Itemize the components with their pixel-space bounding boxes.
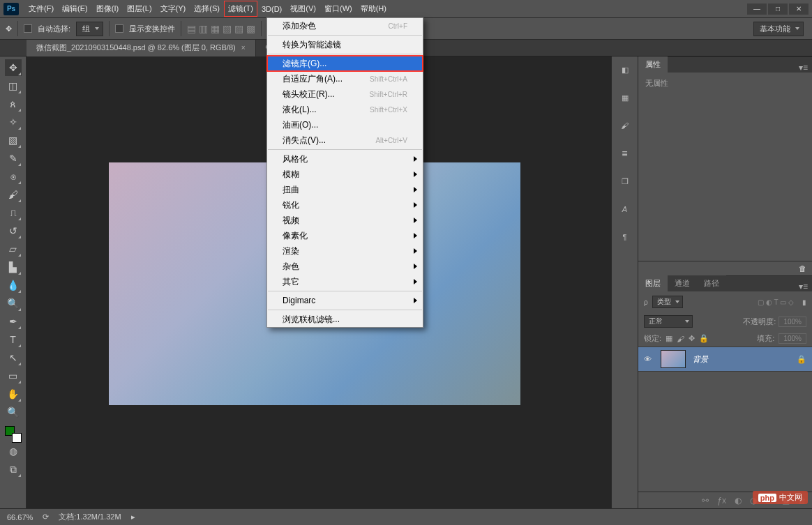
lock-icon[interactable]: 🔒 bbox=[797, 355, 806, 364]
filter-toggle[interactable]: ▮ bbox=[802, 298, 806, 306]
tab-properties[interactable]: 属性 bbox=[638, 56, 668, 73]
zoom-level[interactable]: 66.67% bbox=[7, 513, 33, 522]
doc-size[interactable]: 文档:1.32M/1.32M bbox=[59, 512, 121, 522]
layer-row[interactable]: 👁 背景 🔒 bbox=[638, 347, 812, 372]
menu-help[interactable]: 帮助(H) bbox=[356, 1, 391, 17]
quickmask-toggle[interactable]: ◍ bbox=[5, 443, 22, 459]
menu-lens-correction[interactable]: 镜头校正(R)...Shift+Ctrl+R bbox=[267, 86, 423, 102]
layer-thumbnail[interactable] bbox=[661, 350, 686, 368]
tab-paths[interactable]: 路径 bbox=[697, 275, 726, 291]
layer-name[interactable]: 背景 bbox=[693, 354, 790, 365]
menu-liquify[interactable]: 液化(L)...Shift+Ctrl+X bbox=[267, 102, 423, 117]
swatches-panel-icon[interactable]: ▦ bbox=[617, 90, 633, 105]
filter-kind-icon[interactable]: ρ bbox=[644, 298, 648, 306]
gradient-tool[interactable]: ▙ bbox=[5, 259, 22, 275]
healing-tool[interactable]: ⍟ bbox=[5, 168, 22, 185]
menu-noise[interactable]: 杂色 bbox=[267, 259, 423, 274]
brush-panel-icon[interactable]: 🖌 bbox=[617, 118, 633, 133]
menu-browse-online[interactable]: 浏览联机滤镜... bbox=[267, 312, 423, 327]
menu-other[interactable]: 其它 bbox=[267, 274, 423, 289]
dodge-tool[interactable]: 🔍 bbox=[5, 295, 22, 312]
type-tool[interactable]: T bbox=[5, 331, 22, 348]
screenmode-toggle[interactable]: ⧉ bbox=[5, 461, 22, 478]
mask-icon[interactable]: ◐ bbox=[735, 496, 742, 505]
opacity-value[interactable]: 100% bbox=[779, 317, 806, 327]
color-swatches[interactable] bbox=[5, 426, 22, 443]
menu-edit[interactable]: 编辑(E) bbox=[58, 1, 92, 17]
minimize-button[interactable]: — bbox=[747, 3, 767, 15]
auto-select-checkbox[interactable] bbox=[24, 24, 32, 33]
menu-last-filter[interactable]: 添加杂色 Ctrl+F bbox=[267, 18, 423, 33]
marquee-tool[interactable]: ◫ bbox=[5, 77, 22, 94]
shape-tool[interactable]: ▭ bbox=[5, 367, 22, 384]
lock-all-icon[interactable]: 🔒 bbox=[699, 334, 709, 343]
lock-position-icon[interactable]: ✥ bbox=[689, 334, 695, 343]
menu-layer[interactable]: 图层(L) bbox=[123, 1, 156, 17]
menu-video[interactable]: 视频 bbox=[267, 213, 423, 228]
brush-tool[interactable]: 🖌 bbox=[5, 186, 22, 203]
align-icons[interactable]: ▤ ▥ ▦ ▧ ▨ ▩ bbox=[187, 23, 255, 34]
trash-icon[interactable]: 🗑 bbox=[799, 264, 806, 273]
workspace-select[interactable]: 基本功能 bbox=[753, 22, 804, 36]
menu-distort[interactable]: 扭曲 bbox=[267, 182, 423, 197]
status-arrow-icon[interactable]: ▸ bbox=[131, 512, 135, 522]
blend-mode-select[interactable]: 正常 bbox=[644, 315, 693, 328]
lasso-tool[interactable]: ጰ bbox=[5, 96, 22, 112]
sync-icon[interactable]: ⟳ bbox=[43, 512, 49, 522]
fill-value[interactable]: 100% bbox=[779, 333, 806, 344]
adjustments-panel-icon[interactable]: ≣ bbox=[617, 146, 633, 161]
menu-filter[interactable]: 滤镜(T) bbox=[224, 1, 257, 17]
magic-wand-tool[interactable]: ✧ bbox=[5, 114, 22, 130]
menu-render[interactable]: 渲染 bbox=[267, 243, 423, 259]
background-swatch[interactable] bbox=[12, 433, 22, 443]
tab-layers[interactable]: 图层 bbox=[638, 275, 668, 291]
close-tab-icon[interactable]: × bbox=[241, 44, 246, 52]
menu-file[interactable]: 文件(F) bbox=[24, 1, 58, 17]
stamp-tool[interactable]: ⎍ bbox=[5, 204, 22, 221]
eyedropper-tool[interactable]: ✎ bbox=[5, 150, 22, 167]
menu-filter-gallery[interactable]: 滤镜库(G)... bbox=[267, 56, 423, 71]
lock-transparent-icon[interactable]: ▦ bbox=[666, 334, 672, 343]
move-tool[interactable]: ✥ bbox=[5, 59, 22, 76]
blur-tool[interactable]: 💧 bbox=[5, 277, 22, 294]
filter-kind-select[interactable]: 类型 bbox=[652, 296, 683, 308]
fx-icon[interactable]: ƒx bbox=[717, 496, 726, 505]
link-layers-icon[interactable]: ⚯ bbox=[702, 496, 709, 505]
auto-select-target[interactable]: 组 bbox=[76, 22, 103, 36]
menu-stylize[interactable]: 风格化 bbox=[267, 151, 423, 167]
lock-pixels-icon[interactable]: 🖌 bbox=[677, 335, 684, 343]
zoom-tool[interactable]: 🔍 bbox=[5, 404, 22, 420]
character-panel-icon[interactable]: A bbox=[617, 201, 633, 217]
eraser-tool[interactable]: ▱ bbox=[5, 241, 22, 257]
menu-digimarc[interactable]: Digimarc bbox=[267, 293, 423, 308]
history-brush-tool[interactable]: ↺ bbox=[5, 222, 22, 239]
crop-tool[interactable]: ▧ bbox=[5, 132, 22, 149]
tab-channels[interactable]: 通道 bbox=[668, 275, 697, 291]
pen-tool[interactable]: ✒ bbox=[5, 313, 22, 330]
close-button[interactable]: ✕ bbox=[789, 3, 809, 15]
menu-adaptive-wide[interactable]: 自适应广角(A)...Shift+Ctrl+A bbox=[267, 71, 423, 86]
styles-panel-icon[interactable]: ❐ bbox=[617, 174, 633, 189]
show-transform-checkbox[interactable] bbox=[115, 24, 123, 33]
menu-image[interactable]: 图像(I) bbox=[92, 1, 123, 17]
color-panel-icon[interactable]: ◧ bbox=[617, 62, 633, 77]
maximize-button[interactable]: □ bbox=[768, 3, 788, 15]
document-tab-1[interactable]: 微信截图_20210903150448.psd @ 82.6% (图层 0, R… bbox=[27, 40, 256, 56]
hand-tool[interactable]: ✋ bbox=[5, 386, 22, 402]
menu-3d[interactable]: 3D(D) bbox=[257, 2, 286, 16]
menu-type[interactable]: 文字(Y) bbox=[156, 1, 190, 17]
menu-pixelate[interactable]: 像素化 bbox=[267, 228, 423, 243]
menu-view[interactable]: 视图(V) bbox=[286, 1, 320, 17]
menu-blur[interactable]: 模糊 bbox=[267, 167, 423, 182]
visibility-icon[interactable]: 👁 bbox=[644, 355, 654, 363]
menu-oil-paint[interactable]: 油画(O)... bbox=[267, 117, 423, 132]
panel-menu-icon[interactable]: ▾≡ bbox=[795, 63, 812, 73]
menu-window[interactable]: 窗口(W) bbox=[320, 1, 356, 17]
menu-vanishing-point[interactable]: 消失点(V)...Alt+Ctrl+V bbox=[267, 132, 423, 148]
paragraph-panel-icon[interactable]: ¶ bbox=[617, 229, 633, 245]
menu-select[interactable]: 选择(S) bbox=[190, 1, 224, 17]
menu-convert-smart[interactable]: 转换为智能滤镜 bbox=[267, 37, 423, 52]
layer-filter-icons[interactable]: ▢ ◐ T ▭ ◇ bbox=[758, 298, 794, 306]
path-select-tool[interactable]: ↖ bbox=[5, 349, 22, 366]
panel-menu-icon[interactable]: ▾≡ bbox=[795, 282, 812, 291]
